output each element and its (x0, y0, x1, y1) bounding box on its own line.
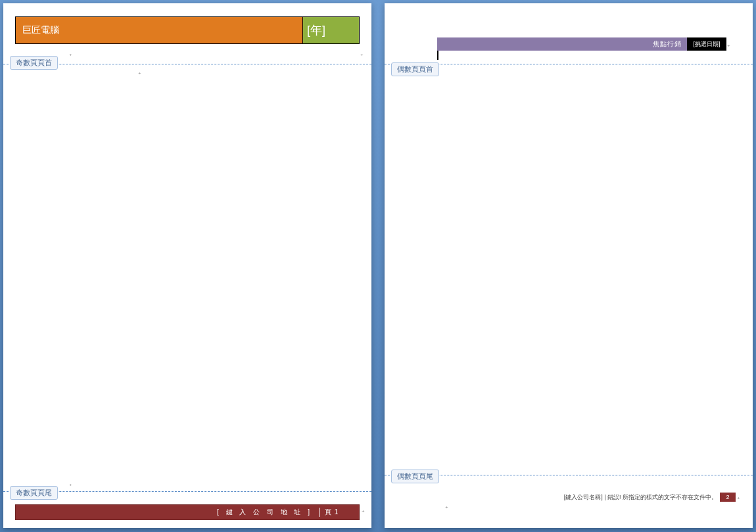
footer-boundary-line (3, 491, 371, 492)
footer-boundary-line (385, 475, 753, 475)
even-header-banner[interactable]: 焦點行銷 [挑選日期] (437, 37, 726, 51)
header-boundary-line (385, 64, 753, 64)
odd-footer-tag: 奇數頁頁尾 (10, 486, 58, 500)
even-footer-zone[interactable]: [鍵入公司名稱] | 錯誤! 所指定的樣式的文字不存在文件中。 2 ₊ (437, 493, 741, 502)
document-workspace: 巨匠電腦 [年] ₊ ₊ ₊ ₊ 奇數頁頁首 奇數頁頁尾 [ 鍵 入 公 司 地… (0, 0, 756, 532)
paragraph-mark: ₊ (69, 481, 72, 487)
even-header-tag: 偶數頁頁首 (391, 62, 439, 76)
header-boundary-line (3, 64, 371, 64)
even-banner-date[interactable]: [挑選日期] (687, 37, 726, 51)
odd-header-banner[interactable]: 巨匠電腦 [年] (15, 16, 360, 44)
paragraph-mark: ₊ (445, 503, 448, 510)
odd-footer-address[interactable]: [ 鍵 入 公 司 地 址 ] (16, 508, 319, 517)
even-header-zone[interactable]: 焦點行銷 [挑選日期] (437, 37, 726, 51)
odd-footer-page: 頁 1 (319, 508, 359, 517)
page-even[interactable]: 焦點行銷 [挑選日期] ₊ 偶數頁頁首 偶數頁頁尾 [鍵入公司名稱] | 錯誤!… (385, 3, 753, 528)
even-banner-label[interactable]: 焦點行銷 (437, 37, 687, 51)
text-cursor (437, 51, 438, 60)
even-footer-page: 2 (720, 493, 736, 502)
even-footer-text[interactable]: [鍵入公司名稱] | 錯誤! 所指定的樣式的文字不存在文件中。 (437, 493, 720, 502)
paragraph-mark: ₊ (69, 51, 72, 57)
paragraph-mark: ₊ (362, 507, 365, 514)
odd-header-tag: 奇數頁頁首 (10, 56, 58, 70)
odd-banner-year[interactable]: [年] (303, 17, 359, 43)
page-odd[interactable]: 巨匠電腦 [年] ₊ ₊ ₊ ₊ 奇數頁頁首 奇數頁頁尾 [ 鍵 入 公 司 地… (3, 3, 371, 528)
even-footer-tag: 偶數頁頁尾 (391, 470, 439, 483)
paragraph-mark: ₊ (138, 69, 141, 76)
paragraph-mark: ₊ (360, 51, 364, 57)
odd-footer-banner[interactable]: [ 鍵 入 公 司 地 址 ] 頁 1 (15, 504, 360, 520)
odd-header-zone[interactable]: 巨匠電腦 [年] (3, 3, 371, 44)
paragraph-mark: ₊ (727, 41, 730, 48)
odd-footer-zone[interactable]: [ 鍵 入 公 司 地 址 ] 頁 1 (15, 504, 360, 520)
paragraph-mark: ₊ (736, 494, 741, 500)
odd-banner-title[interactable]: 巨匠電腦 (16, 17, 303, 43)
